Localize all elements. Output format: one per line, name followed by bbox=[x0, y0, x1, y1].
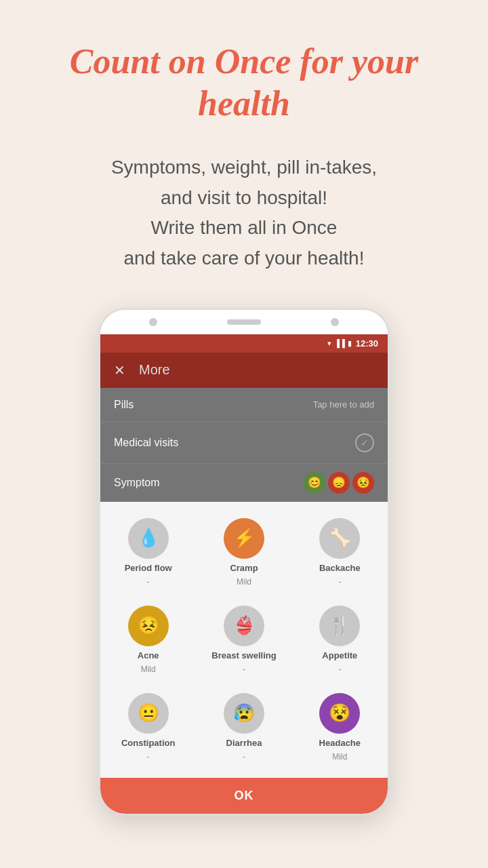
hero-title: Count on Once for your health bbox=[0, 0, 488, 139]
period-flow-severity: - bbox=[147, 577, 150, 587]
appetite-severity: - bbox=[338, 665, 341, 674]
phone-top-bar bbox=[100, 310, 388, 334]
checkmark-icon: ✓ bbox=[355, 433, 374, 452]
app-content: Pills Tap here to add Medical visits ✓ S… bbox=[100, 388, 388, 502]
symptom-icon-dark-red: 😣 bbox=[352, 472, 374, 494]
symptom-header-icons: 😊 😞 😣 bbox=[304, 472, 374, 494]
app-header: ✕ More bbox=[100, 353, 388, 388]
symptom-icon-red: 😞 bbox=[328, 472, 350, 494]
appetite-name: Appetite bbox=[322, 650, 357, 660]
symptom-appetite[interactable]: 🍴 Appetite - bbox=[292, 596, 388, 684]
cramp-icon: ⚡ bbox=[224, 518, 264, 559]
headache-severity: Mild bbox=[332, 752, 347, 762]
ok-button[interactable]: OK bbox=[100, 778, 388, 814]
phone-camera bbox=[149, 318, 157, 326]
phone-mockup: ▾ ▐▐ ▮ 12:30 ✕ More Pills Tap here to ad… bbox=[98, 308, 390, 816]
pills-label: Pills bbox=[114, 399, 134, 411]
medical-visits-label: Medical visits bbox=[114, 437, 178, 449]
backache-icon: 🦴 bbox=[319, 518, 360, 559]
breast-swelling-severity: - bbox=[243, 665, 245, 674]
signal-icon: ▐▐ bbox=[334, 339, 345, 347]
acne-icon: 😣 bbox=[128, 606, 169, 646]
acne-severity: Mild bbox=[141, 665, 156, 674]
phone-camera-right bbox=[331, 318, 339, 326]
symptom-breast-swelling[interactable]: 👙 Breast swelling - bbox=[196, 596, 291, 684]
symptom-constipation[interactable]: 😐 Constipation - bbox=[100, 684, 196, 771]
headache-icon: 😵 bbox=[319, 693, 360, 734]
symptom-grid: 💧 Period flow - ⚡ Cramp Mild 🦴 Backache … bbox=[100, 502, 388, 778]
headache-name: Headache bbox=[319, 738, 361, 748]
cramp-name: Cramp bbox=[230, 563, 258, 573]
period-flow-icon: 💧 bbox=[128, 518, 169, 559]
constipation-icon: 😐 bbox=[128, 693, 169, 734]
cramp-severity: Mild bbox=[237, 577, 251, 587]
symptom-row: Symptom 😊 😞 😣 bbox=[100, 464, 388, 502]
status-time: 12:30 bbox=[356, 338, 378, 349]
acne-name: Acne bbox=[138, 650, 159, 660]
symptom-icon-green: 😊 bbox=[304, 472, 325, 494]
diarrhea-name: Diarrhea bbox=[226, 738, 262, 748]
symptom-cramp[interactable]: ⚡ Cramp Mild bbox=[196, 509, 291, 596]
symptom-headache[interactable]: 😵 Headache Mild bbox=[292, 684, 388, 771]
symptom-label: Symptom bbox=[114, 477, 160, 489]
battery-icon: ▮ bbox=[348, 339, 352, 348]
backache-severity: - bbox=[338, 577, 341, 587]
pills-action[interactable]: Tap here to add bbox=[313, 399, 374, 410]
phone-speaker bbox=[227, 319, 261, 325]
appetite-icon: 🍴 bbox=[319, 606, 360, 646]
pills-row[interactable]: Pills Tap here to add bbox=[100, 388, 388, 422]
breast-swelling-icon: 👙 bbox=[224, 606, 264, 646]
constipation-name: Constipation bbox=[121, 738, 175, 748]
wifi-icon: ▾ bbox=[327, 339, 331, 348]
hero-subtitle: Symptoms, weight, pill in-takes,and visi… bbox=[70, 139, 418, 301]
diarrhea-icon: 😰 bbox=[224, 693, 264, 734]
breast-swelling-name: Breast swelling bbox=[211, 650, 276, 660]
symptom-backache[interactable]: 🦴 Backache - bbox=[292, 509, 388, 596]
medical-visits-row[interactable]: Medical visits ✓ bbox=[100, 422, 388, 464]
backache-name: Backache bbox=[319, 563, 361, 573]
header-title: More bbox=[139, 362, 170, 378]
symptom-diarrhea[interactable]: 😰 Diarrhea - bbox=[196, 684, 291, 771]
symptom-acne[interactable]: 😣 Acne Mild bbox=[100, 596, 196, 684]
close-icon[interactable]: ✕ bbox=[114, 362, 125, 378]
status-icons: ▾ ▐▐ ▮ bbox=[327, 339, 352, 348]
status-bar: ▾ ▐▐ ▮ 12:30 bbox=[100, 334, 388, 353]
symptom-period-flow[interactable]: 💧 Period flow - bbox=[100, 509, 196, 596]
diarrhea-severity: - bbox=[243, 752, 245, 762]
page-container: Count on Once for your health Symptoms, … bbox=[0, 0, 488, 868]
period-flow-name: Period flow bbox=[125, 563, 172, 573]
constipation-severity: - bbox=[147, 752, 150, 762]
